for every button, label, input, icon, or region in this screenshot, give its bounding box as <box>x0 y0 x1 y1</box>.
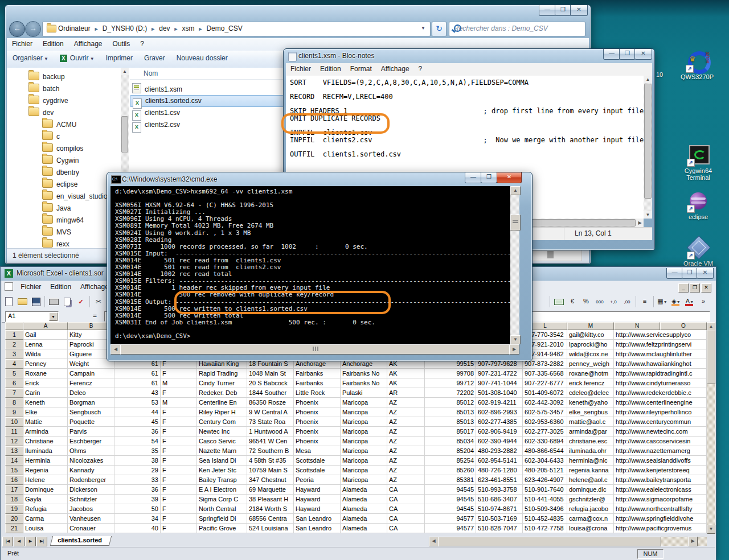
cell-M3[interactable]: wilda@cox.ne <box>567 349 614 359</box>
cell-B8[interactable]: Borgman <box>68 398 114 407</box>
row-header-3[interactable]: 3 <box>5 349 23 359</box>
cell-G14[interactable]: Scottsdale <box>294 456 341 466</box>
cell-A5[interactable]: Roxane <box>23 369 68 378</box>
cell-B10[interactable]: Poquette <box>68 417 114 427</box>
save-icon[interactable] <box>30 295 42 307</box>
next-sheet-icon[interactable]: ▶ <box>25 537 36 546</box>
cell-H5[interactable]: Fairbanks No <box>341 369 387 378</box>
row-header-1[interactable]: 1 <box>5 330 23 340</box>
menu-item-fichier[interactable]: Fichier <box>7 38 38 50</box>
excel-vscrollbar-thumb[interactable] <box>707 331 715 384</box>
cell-F9[interactable]: 9 W Central A <box>247 407 294 417</box>
desktop-icon-eclipse[interactable]: ↗eclipse <box>677 191 720 220</box>
cell-A13[interactable]: Iluminada <box>23 446 68 456</box>
name-box-dropdown-icon[interactable]: ▼ <box>49 312 58 321</box>
search-box[interactable]: Rechercher dans : Demo_CSV <box>449 22 585 36</box>
cell-H16[interactable]: Maricopa <box>341 475 387 485</box>
cell-E14[interactable]: Sea Island Di <box>197 456 247 466</box>
cell-B20[interactable]: Vanheusen <box>68 514 114 524</box>
cmd-maximize-button[interactable]: ❐ <box>481 172 497 183</box>
sidebar-item-dbentry[interactable]: dbentry <box>7 167 121 179</box>
cell-B15[interactable]: Kannady <box>68 466 114 475</box>
cell-M5[interactable]: roxane@hotm <box>567 369 614 378</box>
cell-N21[interactable]: http://www.pacificgrovemus <box>614 524 660 533</box>
cmd-vscrollbar[interactable]: ▲ ▼ <box>510 186 519 344</box>
cell-G16[interactable]: Peoria <box>294 475 341 485</box>
cell-L13[interactable]: 480-866-6544 <box>523 446 567 456</box>
cell-G9[interactable]: Phoenix <box>294 407 341 417</box>
cell-G20[interactable]: San Leandro <box>294 514 341 524</box>
cell-N3[interactable]: http://www.mclaughlinluther <box>614 349 660 359</box>
last-sheet-icon[interactable]: ▶| <box>36 537 47 546</box>
sidebar-item-mingw64[interactable]: mingw64 <box>7 215 121 227</box>
cell-E17[interactable]: E A I Electron <box>197 485 247 495</box>
cell-C17[interactable]: 36 <box>114 485 161 495</box>
cell-N2[interactable]: http://www.feltzprintingservi <box>614 340 660 349</box>
sidebar-item-compilos[interactable]: compilos <box>7 143 121 155</box>
row-header-17[interactable]: 17 <box>5 485 23 495</box>
cell-K17[interactable]: 510-993-3758 <box>476 485 523 495</box>
row-header-2[interactable]: 2 <box>5 340 23 349</box>
cell-J6[interactable]: 99712 <box>425 378 476 388</box>
sidebar-item-java[interactable]: Java <box>7 203 121 215</box>
scroll-down-icon[interactable]: ▼ <box>644 211 652 219</box>
row-header-20[interactable]: 20 <box>5 514 23 524</box>
cell-A7[interactable]: Carin <box>23 388 68 398</box>
cell-C21[interactable]: 40 <box>114 524 161 533</box>
cell-B13[interactable]: Ohms <box>68 446 114 456</box>
scroll-right-icon[interactable]: ▶ <box>636 219 644 227</box>
cell-G11[interactable]: Phoenix <box>294 427 341 437</box>
cell-C6[interactable]: 61 <box>114 378 161 388</box>
cell-B9[interactable]: Sengbusch <box>68 407 114 417</box>
excel-maximize-button[interactable]: ❐ <box>682 268 698 279</box>
workbook-close-button[interactable]: ✕ <box>701 283 711 293</box>
cell-L21[interactable]: 510-472-7758 <box>523 524 567 533</box>
cmd-minimize-button[interactable]: — <box>465 172 482 183</box>
cell-A19[interactable]: Refugia <box>23 504 68 514</box>
address-bar[interactable]: Ordinateur►D_YNSH0 (D:)►dev►xsm►Demo_CSV… <box>42 22 431 36</box>
cell-F20[interactable]: 68556 Centra <box>247 514 294 524</box>
cell-N7[interactable]: http://www.redekerdebbie.c <box>614 388 660 398</box>
cell-N19[interactable]: http://www.northcentralflsfty <box>614 504 660 514</box>
cell-J16[interactable]: 85381 <box>425 475 476 485</box>
cell-I18[interactable]: CA <box>387 495 425 504</box>
cell-M21[interactable]: louisa@crona <box>567 524 614 533</box>
cell-G18[interactable]: Hayward <box>294 495 341 504</box>
cell-K6[interactable]: 907-741-1044 <box>476 378 523 388</box>
cell-E19[interactable]: North Central <box>197 504 247 514</box>
cell-E13[interactable]: Nazette Marn <box>197 446 247 456</box>
cell-H14[interactable]: Maricopa <box>341 456 387 466</box>
notepad-minimize-button[interactable]: — <box>603 49 620 60</box>
cell-N20[interactable]: http://www.springfielddivohe <box>614 514 660 524</box>
cmd-output-area[interactable]: d:\dev\xsm\Demo_CSV>hxsm692_64 -vv clien… <box>110 186 510 344</box>
cell-N8[interactable]: http://www.centerlineengine <box>614 398 660 407</box>
cell-G15[interactable]: Scottsdale <box>294 466 341 475</box>
cell-J12[interactable]: 85034 <box>425 437 476 446</box>
cell-H17[interactable]: Alameda <box>341 485 387 495</box>
tree-scrollbar-thumb[interactable] <box>121 116 128 153</box>
cell-N13[interactable]: http://www.nazettemarnerg <box>614 446 660 456</box>
cell-B21[interactable]: Cronauer <box>68 524 114 533</box>
cell-F13[interactable]: 72 Southern B <box>247 446 294 456</box>
cell-C18[interactable]: 39 <box>114 495 161 504</box>
cell-I16[interactable]: AZ <box>387 475 425 485</box>
explorer-maximize-button[interactable]: ❐ <box>555 5 571 16</box>
cell-J11[interactable]: 85017 <box>425 427 476 437</box>
cell-H19[interactable]: Alameda <box>341 504 387 514</box>
scroll-right-icon[interactable]: ▶ <box>688 537 698 546</box>
cell-A6[interactable]: Erick <box>23 378 68 388</box>
cell-F5[interactable]: 1048 Main St <box>247 369 294 378</box>
percent-icon[interactable]: % <box>580 295 592 307</box>
row-header-21[interactable]: 21 <box>5 524 23 533</box>
cell-A15[interactable]: Regenia <box>23 466 68 475</box>
cell-I7[interactable]: AR <box>387 388 425 398</box>
cell-G13[interactable]: Mesa <box>294 446 341 456</box>
new-document-icon[interactable] <box>2 295 15 307</box>
cell-K9[interactable]: 602-896-2993 <box>476 407 523 417</box>
cell-D6[interactable]: M <box>161 378 197 388</box>
cell-B7[interactable]: Deleo <box>68 388 114 398</box>
cell-G6[interactable]: Fairbanks <box>294 378 341 388</box>
menu-item-?[interactable]: ? <box>135 38 149 50</box>
cell-C12[interactable]: 54 <box>114 437 161 446</box>
column-header-N[interactable]: N <box>614 322 660 330</box>
